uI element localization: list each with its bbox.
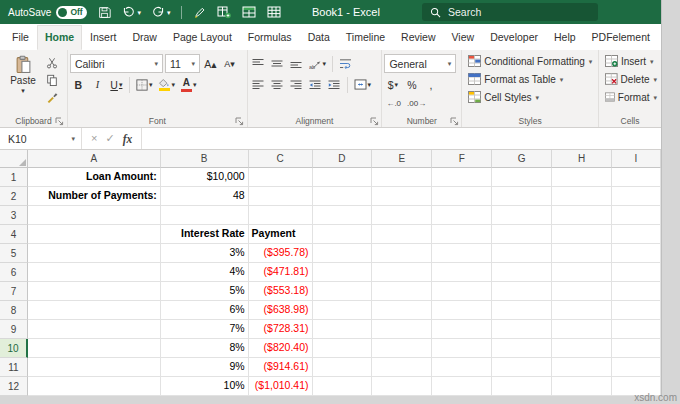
- formula-input[interactable]: [142, 128, 661, 149]
- tab-page-layout[interactable]: Page Layout: [165, 25, 240, 50]
- cell-F11[interactable]: [432, 358, 492, 377]
- cell-H10[interactable]: [552, 339, 612, 358]
- increase-indent-button[interactable]: [326, 75, 343, 94]
- cell-C4[interactable]: Payment: [249, 225, 313, 244]
- orientation-button[interactable]: ab ▾: [307, 54, 329, 73]
- cell-D5[interactable]: [313, 244, 373, 263]
- cell-E9[interactable]: [372, 320, 432, 339]
- cell-styles-button[interactable]: Cell Styles▾: [464, 88, 596, 106]
- column-header-a[interactable]: A: [28, 150, 161, 168]
- cell-D9[interactable]: [313, 320, 373, 339]
- increase-font-button[interactable]: A▴: [202, 54, 219, 73]
- format-painter-button[interactable]: [44, 88, 61, 105]
- tab-draw[interactable]: Draw: [124, 25, 165, 50]
- column-header-c[interactable]: C: [249, 150, 313, 168]
- insert-cells-button[interactable]: Insert▾: [601, 52, 659, 70]
- cell-F10[interactable]: [432, 339, 492, 358]
- redo-button[interactable]: ▾: [152, 6, 171, 19]
- font-dialog-launcher[interactable]: [235, 116, 245, 126]
- cell-G8[interactable]: [492, 301, 552, 320]
- cell-E8[interactable]: [372, 301, 432, 320]
- undo-button[interactable]: ▾: [122, 6, 141, 19]
- cell-H6[interactable]: [552, 263, 612, 282]
- cell-C9[interactable]: ($728.31): [249, 320, 313, 339]
- tab-formulas[interactable]: Formulas: [240, 25, 300, 50]
- undo-dropdown-icon[interactable]: ▾: [137, 9, 141, 16]
- cell-C5[interactable]: ($395.78): [249, 244, 313, 263]
- cell-I8[interactable]: [612, 301, 661, 320]
- cell-C11[interactable]: ($914.61): [249, 358, 313, 377]
- tab-file[interactable]: File: [4, 25, 37, 50]
- tab-help[interactable]: Help: [546, 25, 584, 50]
- cell-I1[interactable]: [612, 168, 661, 187]
- comma-style-button[interactable]: ,: [422, 75, 439, 94]
- cell-I10[interactable]: [612, 339, 661, 358]
- column-header-g[interactable]: G: [492, 150, 552, 168]
- cell-B4[interactable]: Interest Rate: [161, 225, 249, 244]
- copy-button[interactable]: [44, 71, 61, 88]
- cell-D3[interactable]: [313, 206, 373, 225]
- merge-center-button[interactable]: ▾: [352, 75, 374, 94]
- cancel-icon[interactable]: ×: [91, 133, 97, 144]
- borders-button[interactable]: ▾: [134, 75, 155, 94]
- cell-F5[interactable]: [432, 244, 492, 263]
- cell-F8[interactable]: [432, 301, 492, 320]
- row-header-1[interactable]: 1: [0, 168, 28, 187]
- cell-F4[interactable]: [432, 225, 492, 244]
- cell-A8[interactable]: [28, 301, 161, 320]
- add-table-button[interactable]: [217, 5, 231, 19]
- cell-F9[interactable]: [432, 320, 492, 339]
- decrease-font-button[interactable]: A▾: [221, 54, 238, 73]
- cell-G3[interactable]: [492, 206, 552, 225]
- tab-view[interactable]: View: [444, 25, 483, 50]
- cell-G4[interactable]: [492, 225, 552, 244]
- tab-review[interactable]: Review: [393, 25, 443, 50]
- cell-A1[interactable]: Loan Amount:: [28, 168, 161, 187]
- cell-H5[interactable]: [552, 244, 612, 263]
- percent-style-button[interactable]: %: [403, 75, 420, 94]
- cell-E5[interactable]: [372, 244, 432, 263]
- delete-cells-button[interactable]: Delete▾: [601, 70, 659, 88]
- cell-H9[interactable]: [552, 320, 612, 339]
- cell-G9[interactable]: [492, 320, 552, 339]
- cell-G2[interactable]: [492, 187, 552, 206]
- number-dialog-launcher[interactable]: [449, 116, 459, 126]
- cell-B3[interactable]: [161, 206, 249, 225]
- table-button[interactable]: [242, 5, 256, 19]
- cell-G11[interactable]: [492, 358, 552, 377]
- cell-G12[interactable]: [492, 377, 552, 396]
- insert-function-icon[interactable]: fx: [123, 133, 133, 145]
- cell-B8[interactable]: 6%: [161, 301, 249, 320]
- cell-D4[interactable]: [313, 225, 373, 244]
- cell-C2[interactable]: [249, 187, 313, 206]
- row-header-9[interactable]: 9: [0, 320, 28, 339]
- cell-B10[interactable]: 8%: [161, 339, 249, 358]
- cell-F1[interactable]: [432, 168, 492, 187]
- cell-B7[interactable]: 5%: [161, 282, 249, 301]
- cell-F7[interactable]: [432, 282, 492, 301]
- cell-D6[interactable]: [313, 263, 373, 282]
- cell-H11[interactable]: [552, 358, 612, 377]
- cell-D2[interactable]: [313, 187, 373, 206]
- cell-I4[interactable]: [612, 225, 661, 244]
- cell-H12[interactable]: [552, 377, 612, 396]
- cell-H7[interactable]: [552, 282, 612, 301]
- font-name-combo[interactable]: Calibri ▾: [70, 54, 163, 73]
- cell-E10[interactable]: [372, 339, 432, 358]
- decrease-decimal-button[interactable]: .00→: [405, 96, 428, 111]
- cell-A12[interactable]: [28, 377, 161, 396]
- cell-A9[interactable]: [28, 320, 161, 339]
- row-header-4[interactable]: 4: [0, 225, 28, 244]
- tab-pdfelement[interactable]: PDFelement: [584, 25, 658, 50]
- cell-C7[interactable]: ($553.18): [249, 282, 313, 301]
- column-header-f[interactable]: F: [432, 150, 492, 168]
- redo-dropdown-icon[interactable]: ▾: [167, 9, 171, 16]
- cell-I11[interactable]: [612, 358, 661, 377]
- cell-E1[interactable]: [372, 168, 432, 187]
- clipboard-dialog-launcher[interactable]: [55, 116, 65, 126]
- align-bottom-button[interactable]: [288, 54, 305, 73]
- cell-I2[interactable]: [612, 187, 661, 206]
- row-header-10[interactable]: 10: [0, 339, 28, 358]
- cell-G10[interactable]: [492, 339, 552, 358]
- cell-A4[interactable]: [28, 225, 161, 244]
